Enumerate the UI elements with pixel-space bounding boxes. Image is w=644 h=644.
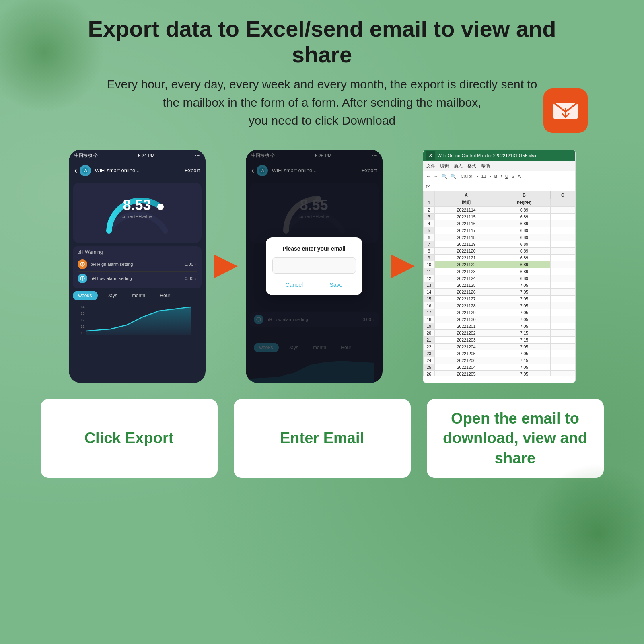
excel-col-num-header xyxy=(423,191,435,199)
excel-col-b-header: B xyxy=(498,191,551,199)
phone1-nav-bar: ‹ W WiFi smart online... Export xyxy=(69,162,206,179)
phone1-tab-days[interactable]: Days xyxy=(101,291,123,300)
excel-menu-help[interactable]: 帮助 xyxy=(481,163,490,169)
excel-menu-file[interactable]: 文件 xyxy=(426,163,435,169)
excel-row-num-13: 13 xyxy=(423,282,435,288)
svg-text:W: W xyxy=(84,169,88,173)
page-wrapper: Export data to Excel/send email to view … xyxy=(0,0,644,644)
page-subtitle: Every hour, every day, every week and ev… xyxy=(73,75,572,130)
phone1-back-button[interactable]: ‹ xyxy=(74,165,77,176)
excel-menu-format[interactable]: 格式 xyxy=(467,163,476,169)
excel-row-26: 26202212057.05 xyxy=(423,370,575,376)
excel-toolbar: ←→ 🔍🔍 Calibri •11• BIU SA xyxy=(423,171,575,182)
excel-row-23: 23202212057.05 xyxy=(423,350,575,357)
excel-cell-8-b: 6.89 xyxy=(498,247,551,254)
phone1-tab-weeks[interactable]: weeks xyxy=(73,291,98,300)
excel-cell-8-c xyxy=(550,247,575,254)
phone1-warning-icon-high xyxy=(78,259,87,269)
excel-row-15: 15202211277.05 xyxy=(423,295,575,302)
excel-cell-12-b: 6.89 xyxy=(498,275,551,282)
excel-cell-23-a: 20221205 xyxy=(435,350,498,357)
excel-cell-5-a: 20221117 xyxy=(435,227,498,234)
excel-row-1: 1时间PH(PH) xyxy=(423,199,575,206)
excel-cell-10-c xyxy=(550,261,575,268)
dialog-email-input[interactable] xyxy=(272,257,356,274)
phone1-tab-hour[interactable]: Hour xyxy=(154,291,176,300)
excel-row-5: 5202211176.89 xyxy=(423,227,575,234)
excel-cell-10-b: 6.89 xyxy=(498,261,551,268)
excel-row-num-19: 19 xyxy=(423,323,435,329)
excel-row-22: 22202212047.05 xyxy=(423,343,575,350)
excel-cell-16-c xyxy=(550,302,575,309)
phone1-tab-month[interactable]: month xyxy=(126,291,151,300)
phone1-icons: ▪▪▪ xyxy=(195,153,200,158)
excel-cell-10-a: 20221122 xyxy=(435,261,498,268)
excel-cell-7-c xyxy=(550,241,575,247)
excel-row-num-17: 17 xyxy=(423,309,435,316)
excel-cell-1-a: 时间 xyxy=(435,199,498,206)
phone1-gauge-label: currentPHvalue xyxy=(122,214,152,219)
label-card-1: Click Export xyxy=(41,399,218,478)
excel-menu-edit[interactable]: 编辑 xyxy=(440,163,449,169)
excel-row-num-16: 16 xyxy=(423,302,435,309)
excel-cell-9-b: 6.89 xyxy=(498,254,551,261)
excel-row-num-24: 24 xyxy=(423,357,435,364)
excel-table-container: A B C 1时间PH(PH)2202211146.893202211156.8… xyxy=(423,191,575,376)
excel-menu-insert[interactable]: 插入 xyxy=(454,163,463,169)
excel-row-12: 12202211246.89 xyxy=(423,275,575,282)
excel-cell-1-b: PH(PH) xyxy=(498,199,551,206)
excel-cell-4-a: 20221116 xyxy=(435,220,498,227)
excel-cell-11-c xyxy=(550,268,575,275)
dialog-cancel-button[interactable]: Cancel xyxy=(278,280,311,290)
dialog-save-button[interactable]: Save xyxy=(321,280,350,290)
excel-cell-23-c xyxy=(550,350,575,357)
phone1-warning-high-value: 0.00 xyxy=(185,262,193,267)
excel-row-num-3: 3 xyxy=(423,213,435,220)
excel-data-table: A B C 1时间PH(PH)2202211146.893202211156.8… xyxy=(423,191,575,376)
excel-cell-14-c xyxy=(550,288,575,295)
phone1-gauge-section: 8.53 currentPHvalue xyxy=(73,183,202,243)
phone1-export-button[interactable]: Export xyxy=(185,167,200,173)
excel-row-21: 21202212037.15 xyxy=(423,336,575,343)
excel-cell-26-a: 20221205 xyxy=(435,370,498,376)
excel-col-c-header: C xyxy=(550,191,575,199)
excel-title-bar: X WiFi Online Control Monitor 2202212131… xyxy=(423,150,575,161)
excel-row-20: 20202212027.15 xyxy=(423,329,575,336)
excel-cell-8-a: 20221120 xyxy=(435,247,498,254)
excel-row-7: 7202211196.89 xyxy=(423,241,575,247)
excel-cell-24-a: 20221206 xyxy=(435,357,498,364)
excel-cell-5-c xyxy=(550,227,575,234)
excel-cell-20-a: 20221202 xyxy=(435,329,498,336)
phone1-app-title: WiFi smart online... xyxy=(95,167,140,173)
excel-cell-21-a: 20221203 xyxy=(435,336,498,343)
excel-cell-20-b: 7.15 xyxy=(498,329,551,336)
excel-cell-16-a: 20221128 xyxy=(435,302,498,309)
labels-row: Click Export Enter Email Open the email … xyxy=(0,399,644,478)
excel-cell-3-c xyxy=(550,213,575,220)
label-text-3: Open the email to download, view and sha… xyxy=(443,409,587,468)
excel-row-num-10: 10 xyxy=(423,261,435,268)
excel-row-num-14: 14 xyxy=(423,288,435,295)
excel-filename: WiFi Online Control Monitor 220221213101… xyxy=(438,153,572,158)
excel-cell-4-b: 6.89 xyxy=(498,220,551,227)
phone1-warning-high-label: pH High alarm setting xyxy=(91,262,185,267)
excel-row-2: 2202211146.89 xyxy=(423,206,575,213)
arrow2-shape xyxy=(391,254,415,278)
phone1-warning-section: pH Warning pH High alarm setting 0.00 › … xyxy=(73,246,202,288)
phone1-carrier: 中国移动 令 xyxy=(74,152,98,158)
excel-row-num-25: 25 xyxy=(423,364,435,370)
arrow1 xyxy=(210,254,242,278)
excel-cell-19-b: 7.05 xyxy=(498,323,551,329)
excel-row-num-6: 6 xyxy=(423,234,435,241)
screenshots-row: 中国移动 令 5:24 PM ▪▪▪ ‹ W WiFi smart online… xyxy=(53,150,592,383)
phone2-mockup: 中国移动 令 5:26 PM ▪▪▪ ‹ W WiFi smart online… xyxy=(246,150,383,383)
excel-cell-3-b: 6.89 xyxy=(498,213,551,220)
excel-row-num-12: 12 xyxy=(423,275,435,282)
excel-cell-9-c xyxy=(550,254,575,261)
excel-row-11: 11202211236.89 xyxy=(423,268,575,275)
phone1-warning-title: pH Warning xyxy=(78,249,197,255)
excel-row-num-23: 23 xyxy=(423,350,435,357)
excel-cell-13-a: 20221125 xyxy=(435,282,498,288)
excel-cell-18-b: 7.05 xyxy=(498,316,551,323)
phone1-chart-section: 1413121110 xyxy=(73,303,202,339)
